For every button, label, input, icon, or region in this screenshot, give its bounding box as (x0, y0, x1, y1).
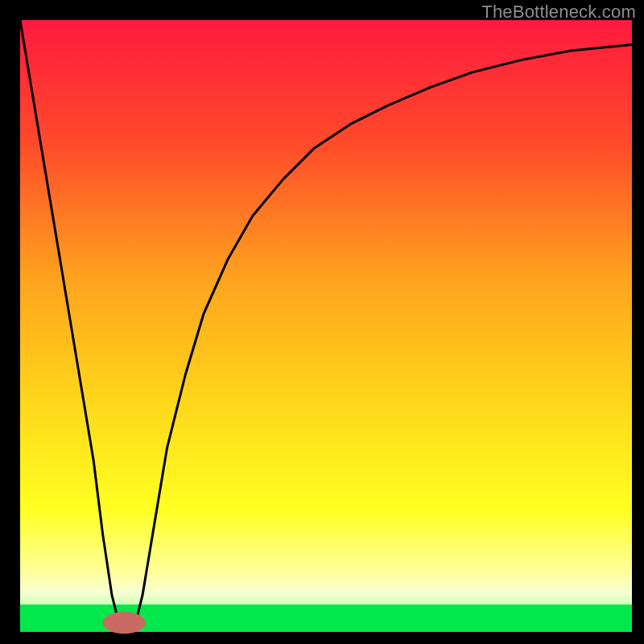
valley-marker (103, 612, 146, 634)
plot-area (20, 20, 632, 632)
chart-stage: TheBottleneck.com (0, 0, 644, 644)
watermark-text: TheBottleneck.com (481, 2, 636, 23)
bottleneck-curve (20, 20, 632, 632)
curve-path (20, 20, 632, 625)
